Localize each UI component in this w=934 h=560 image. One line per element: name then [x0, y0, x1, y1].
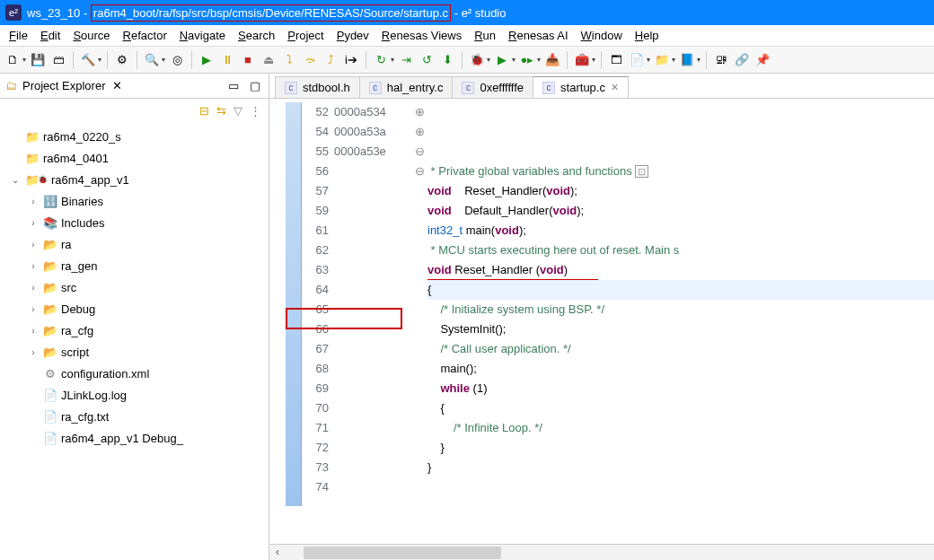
profile-icon[interactable]: ●▸ — [518, 51, 536, 69]
tree-item[interactable]: ›📚Includes — [5, 212, 269, 233]
menu-source[interactable]: Source — [67, 27, 115, 44]
restart-icon[interactable]: ↻ — [372, 51, 390, 69]
config-icon[interactable]: ⚙ — [113, 51, 131, 69]
flash-icon[interactable]: 📥 — [543, 51, 561, 69]
build-icon[interactable]: 🔨 — [79, 51, 97, 69]
code-line[interactable]: * Private global variables and functions… — [427, 162, 934, 181]
tree-item[interactable]: 📄JLinkLog.log — [5, 384, 269, 406]
twist-icon[interactable]: ⌄ — [9, 175, 22, 185]
open-type-icon[interactable]: 🔗 — [733, 51, 751, 69]
code-line[interactable]: void Default_Handler(void); — [427, 201, 934, 221]
search-icon[interactable]: 🔍 — [143, 51, 161, 69]
source-text[interactable]: * Private global variables and functions… — [427, 99, 934, 544]
fold-toggle[interactable]: ⊖ — [411, 162, 427, 181]
skip-icon[interactable]: ⇥ — [397, 51, 415, 69]
editor-tab[interactable]: cstartup.c✕ — [533, 76, 629, 98]
code-line[interactable]: /* Call user application. */ — [427, 339, 934, 359]
new-window-icon[interactable]: 🗔 — [607, 51, 625, 69]
terminate-icon[interactable]: ■ — [239, 51, 257, 69]
overview-ruler[interactable] — [286, 102, 302, 506]
ext-tools-icon[interactable]: 🧰 — [573, 51, 591, 69]
tree-item[interactable]: 📄ra6m4_app_v1 Debug_ — [5, 427, 269, 449]
scroll-left-icon[interactable]: ‹ — [269, 545, 286, 560]
code-line[interactable]: SystemInit(); — [427, 319, 934, 339]
step-return-icon[interactable]: ⤴ — [322, 51, 339, 69]
collapse-all-icon[interactable]: ⊟ — [199, 104, 209, 118]
twist-icon[interactable]: › — [27, 283, 40, 293]
code-line[interactable]: int32_t main(void); — [427, 221, 934, 241]
menu-help[interactable]: Help — [630, 27, 665, 44]
twist-icon[interactable]: › — [27, 197, 40, 206]
run-last-icon[interactable]: ↺ — [418, 51, 436, 69]
code-line[interactable]: while (1) — [427, 379, 934, 398]
menu-renesas-views[interactable]: Renesas Views — [376, 27, 467, 44]
fold-toggle[interactable]: ⊕ — [411, 122, 427, 142]
code-line[interactable]: * MCU starts executing here out of reset… — [427, 241, 934, 260]
code-line[interactable]: void Reset_Handler(void); — [427, 181, 934, 201]
console-icon[interactable]: 🖳 — [712, 51, 730, 69]
debug-icon[interactable]: 🐞 — [468, 51, 486, 69]
close-tab-icon[interactable]: ✕ — [611, 82, 619, 93]
menu-pydev[interactable]: Pydev — [331, 27, 374, 44]
tree-item[interactable]: ⚙configuration.xml — [5, 363, 269, 384]
twist-icon[interactable]: › — [27, 240, 40, 249]
twist-icon[interactable]: › — [27, 218, 40, 228]
run-icon[interactable]: ▶ — [493, 51, 511, 69]
code-line[interactable]: { — [427, 398, 934, 418]
tree-item[interactable]: 📁ra6m4_0220_s — [5, 126, 269, 147]
menu-project[interactable]: Project — [282, 27, 329, 44]
menu-file[interactable]: File — [4, 27, 33, 44]
fold-column[interactable]: ⊕⊕⊖⊖ — [411, 99, 427, 544]
tree-item[interactable]: ›📂Debug — [5, 298, 269, 319]
twist-icon[interactable]: › — [27, 261, 40, 271]
tree-item[interactable]: ›📂ra_gen — [5, 255, 269, 276]
pin-icon[interactable]: 📌 — [753, 51, 771, 69]
target-icon[interactable]: ◎ — [168, 51, 186, 69]
new-folder-icon[interactable]: 📁 — [653, 51, 671, 69]
menu-renesas-ai[interactable]: Renesas AI — [503, 27, 574, 44]
download-icon[interactable]: ⬇ — [438, 51, 456, 69]
tree-item[interactable]: 📄ra_cfg.txt — [5, 406, 269, 427]
maximize-icon[interactable]: ▢ — [247, 79, 263, 92]
code-line[interactable]: { — [427, 280, 934, 300]
code-line[interactable]: /* Infinite Loop. */ — [427, 418, 934, 438]
menu-edit[interactable]: Edit — [35, 27, 66, 44]
menu-run[interactable]: Run — [469, 27, 501, 44]
code-line[interactable]: /* Initialize system using BSP. */ — [427, 300, 934, 319]
code-line[interactable]: } — [427, 438, 934, 458]
tree-item[interactable]: ›📂src — [5, 276, 269, 298]
fold-toggle[interactable]: ⊕ — [411, 102, 427, 122]
menu-window[interactable]: Window — [576, 27, 628, 44]
new-icon[interactable]: 🗋 — [4, 51, 22, 69]
code-line[interactable]: } — [427, 458, 934, 477]
step-into-icon[interactable]: ⤵ — [280, 51, 298, 69]
twist-icon[interactable]: › — [27, 304, 40, 314]
save-all-icon[interactable]: 🗃 — [49, 51, 67, 69]
twist-icon[interactable]: › — [27, 347, 40, 357]
project-tree[interactable]: 📁ra6m4_0220_s📁ra6m4_0401⌄📁🐞ra6m4_app_v1›… — [0, 122, 269, 560]
disconnect-icon[interactable]: ⏏ — [260, 51, 278, 69]
menu-refactor[interactable]: Refactor — [118, 27, 172, 44]
tree-item[interactable]: 📁ra6m4_0401 — [5, 147, 269, 169]
menu-search[interactable]: Search — [233, 27, 280, 44]
link-editor-icon[interactable]: ⇆ — [216, 104, 226, 118]
tree-item[interactable]: ⌄📁🐞ra6m4_app_v1 — [5, 169, 269, 190]
minimize-icon[interactable]: ▭ — [225, 79, 242, 92]
twist-icon[interactable]: › — [27, 326, 40, 336]
tree-item[interactable]: ›🔢Binaries — [5, 190, 269, 212]
horizontal-scrollbar[interactable]: ‹ — [269, 544, 934, 560]
scrollbar-thumb[interactable] — [304, 547, 501, 559]
filter-icon[interactable]: ▽ — [234, 104, 242, 118]
code-line[interactable]: main(); — [427, 359, 934, 379]
resume-icon[interactable]: ▶ — [198, 51, 216, 69]
save-icon[interactable]: 💾 — [29, 51, 47, 69]
tree-item[interactable]: ›📂script — [5, 341, 269, 363]
new-file-icon[interactable]: 📄 — [628, 51, 646, 69]
step-over-icon[interactable]: ⤼ — [301, 51, 319, 69]
editor-tab[interactable]: chal_entry.c — [359, 76, 454, 98]
instr-step-icon[interactable]: i➔ — [342, 51, 360, 69]
code-line[interactable]: void Reset_Handler (void) — [427, 260, 934, 280]
tree-item[interactable]: ›📂ra — [5, 233, 269, 255]
editor-tab[interactable]: c0xeffffffe — [452, 76, 533, 98]
editor-tab[interactable]: cstdbool.h — [275, 76, 360, 98]
